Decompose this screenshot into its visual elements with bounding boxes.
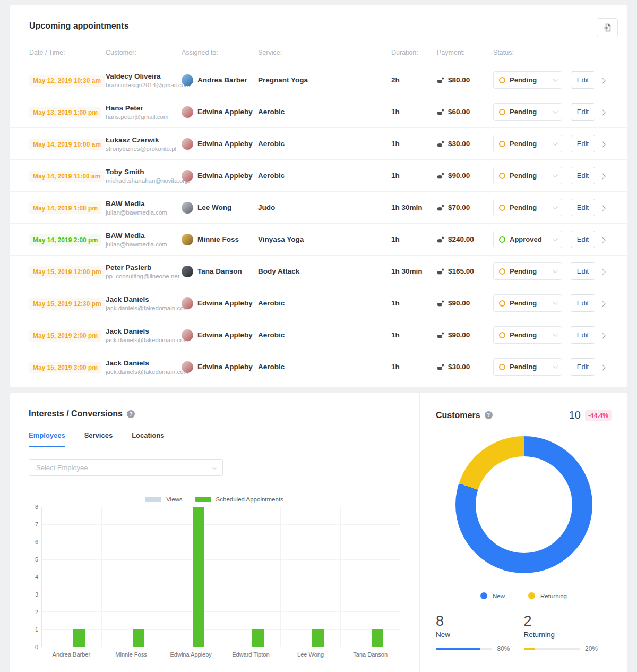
chart-band [341,507,401,647]
edit-button[interactable]: Edit [571,294,595,312]
chevron-right-icon[interactable] [599,141,605,147]
chevron-right-icon[interactable] [599,109,605,115]
customer-email: julian@bawmedia.com [106,241,182,248]
legend-dot [480,592,487,599]
money-icon [437,236,445,243]
employee-avatar [182,297,193,309]
status-dropdown[interactable]: Approved [493,231,562,248]
status-circle-icon [499,300,505,307]
customer-name: BAW Media [106,200,182,208]
donut-legend-item: Returning [528,592,567,599]
employee-avatar [182,202,193,214]
chevron-right-icon[interactable] [599,237,605,243]
duration-value: 1h [391,331,437,339]
table-row: May 14, 2019 1:00 pm BAW Media julian@ba… [10,191,627,223]
y-tick: 4 [35,574,38,580]
status-dropdown[interactable]: Pending [493,135,562,152]
chevron-down-icon [553,331,558,337]
payment-amount: $90.00 [448,172,470,180]
edit-button[interactable]: Edit [571,167,595,184]
payment-amount: $70.00 [448,203,470,211]
stat-returning: 2Returning20% [524,613,612,652]
chevron-right-icon[interactable] [599,301,605,307]
stat-percent: 20% [585,645,598,652]
status-dropdown[interactable]: Pending [493,294,562,312]
chevron-right-icon[interactable] [599,333,605,338]
service-name: Body Attack [258,267,391,275]
status-circle-icon [499,141,505,147]
tab-employees[interactable]: Employees [29,431,65,447]
duration-value: 1h [391,363,437,371]
edit-button[interactable]: Edit [571,326,595,344]
help-icon[interactable]: ? [485,411,493,419]
customers-donut-chart [455,436,592,573]
status-dropdown[interactable]: Pending [493,71,562,89]
edit-button[interactable]: Edit [571,103,595,121]
money-icon [437,77,445,83]
edit-button[interactable]: Edit [571,71,595,89]
x-tick: Tana Danson [340,651,400,658]
change-badge: -44.4% [585,410,612,421]
table-row: May 15, 2019 3:00 pm Jack Daniels jack.d… [10,351,627,382]
customer-email: jack.daniels@fakedomain.com [106,369,182,375]
status-circle-icon [499,332,505,338]
chart-band [102,507,162,647]
status-label: Pending [510,331,553,339]
plot-area [41,507,400,647]
status-dropdown[interactable]: Pending [493,167,562,184]
payment-amount: $60.00 [448,108,470,116]
table-body: May 12, 2019 10:30 am Valdecy Oliveira b… [10,64,627,382]
status-dropdown[interactable]: Pending [493,103,562,121]
col-assigned: Assigned to: [182,49,258,56]
chevron-down-icon [553,76,558,82]
status-dropdown[interactable]: Pending [493,199,562,216]
money-icon [437,332,445,338]
conversions-bar-chart: ViewsScheduled Appointments 876543210 An… [29,496,400,658]
payment-amount: $30.00 [448,140,470,148]
edit-button[interactable]: Edit [571,358,595,376]
duration-value: 1h [391,140,437,148]
customer-name: Jack Daniels [106,295,182,303]
tab-services[interactable]: Services [84,431,113,447]
status-dropdown[interactable]: Pending [493,358,562,376]
service-name: Aerobic [258,363,391,371]
stat-percent: 80% [497,645,510,652]
employee-name: Andrea Barber [197,76,247,84]
employee-avatar [182,74,193,86]
interests-tabs: EmployeesServicesLocations [29,431,400,447]
export-button[interactable] [597,18,618,37]
table-row: May 14, 2019 10:00 am Łukasz Czerwik str… [10,127,627,159]
table-row: May 14, 2019 11:00 am Toby Smith michael… [10,159,627,191]
chevron-right-icon[interactable] [599,205,605,211]
stat-value: 2 [524,613,598,630]
edit-button[interactable]: Edit [571,199,595,216]
chevron-down-icon [553,268,558,273]
tab-locations[interactable]: Locations [132,431,164,447]
service-name: Aerobic [258,299,391,307]
service-name: Aerobic [258,140,391,148]
status-circle-icon [499,364,505,370]
help-icon[interactable]: ? [127,410,135,418]
x-tick: Andrea Barber [41,651,101,658]
stat-label: Returning [524,631,598,639]
chevron-right-icon[interactable] [599,78,605,83]
employee-name: Edwina Appleby [197,299,253,307]
status-label: Pending [510,172,553,180]
edit-button[interactable]: Edit [571,231,595,248]
chevron-right-icon[interactable] [599,173,605,179]
edit-button[interactable]: Edit [571,135,595,152]
duration-value: 1h 30min [391,267,437,275]
stat-value: 8 [436,613,510,630]
employee-select[interactable]: Select Employee [29,459,223,476]
status-dropdown[interactable]: Pending [493,326,562,344]
bar-edwina-appleby [193,507,204,647]
chevron-right-icon[interactable] [599,364,605,370]
edit-button[interactable]: Edit [571,262,595,280]
chevron-right-icon[interactable] [599,269,605,275]
appointment-datetime: May 14, 2019 1:00 pm [29,202,101,214]
payment-amount: $90.00 [448,299,470,307]
status-dropdown[interactable]: Pending [493,262,562,280]
chart-band [42,507,102,647]
appointment-datetime: May 15, 2019 12:00 pm [29,266,105,278]
duration-value: 1h [391,172,437,180]
